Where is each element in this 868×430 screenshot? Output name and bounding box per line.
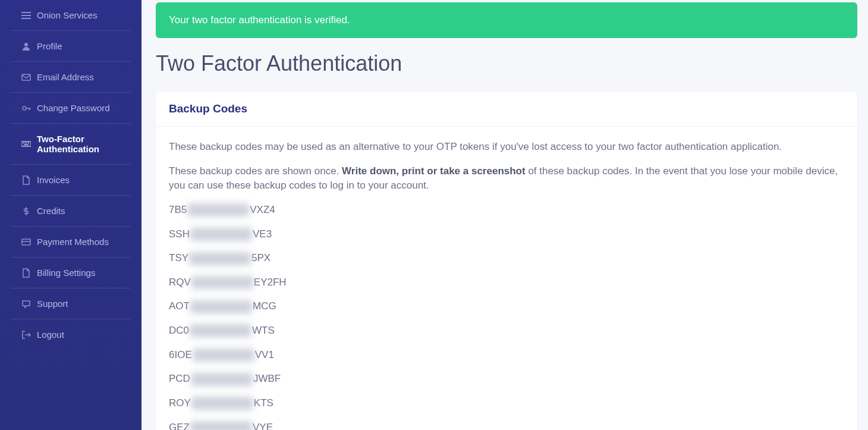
svg-rect-1 [21,15,31,16]
sidebar-item-payment-methods[interactable]: Payment Methods [11,227,131,258]
backup-code-row: ROY KTS [169,396,844,411]
backup-code-row: DC0 WTS [169,324,844,338]
card-paragraph-1: These backup codes may be used as an alt… [169,140,844,155]
code-suffix: VE3 [253,227,272,242]
sidebar-item-label: Onion Services [37,10,98,20]
sidebar-item-logout[interactable]: Logout [11,319,131,350]
code-suffix: 5PX [251,251,271,266]
code-redacted [193,349,254,362]
code-redacted [187,203,249,216]
chat-icon [21,299,31,309]
para2-pre: These backup codes are shown once. [169,165,342,177]
code-redacted [190,228,252,241]
svg-rect-8 [24,143,26,143]
code-suffix: WTS [252,324,275,338]
backup-code-row: RQV EY2FH [169,275,844,290]
sidebar-item-profile[interactable]: Profile [11,31,131,62]
code-suffix: VYE [253,420,273,430]
svg-rect-4 [22,74,30,80]
code-prefix: RQV [169,275,191,290]
card-body: These backup codes may be used as an alt… [156,127,857,430]
main: Your two factor authentication is verifi… [141,0,868,430]
sidebar-item-label: Billing Settings [37,268,95,278]
code-redacted [190,421,252,430]
code-suffix: EY2FH [254,275,287,290]
svg-rect-10 [28,143,29,143]
list-icon [21,11,31,20]
card-title: Backup Codes [169,102,844,115]
para2-bold: Write down, print or take a screenshot [342,165,526,177]
sidebar-item-label: Credits [37,206,65,216]
key-icon [21,103,31,113]
backup-code-row: 7B5 VXZ4 [169,203,844,218]
svg-point-3 [24,43,28,46]
file-icon [21,268,31,278]
sidebar-item-email[interactable]: Email Address [11,62,131,93]
code-prefix: 6IOE [169,348,192,363]
backup-code-row: GEZ VYE [169,420,844,430]
code-prefix: DC0 [169,324,189,338]
sidebar-item-onion-services[interactable]: Onion Services [11,0,131,31]
sidebar-item-label: Support [37,299,68,309]
mail-icon [21,73,31,82]
sidebar-item-credits[interactable]: Credits [11,196,131,227]
alert-message: Your two factor authentication is verifi… [169,14,350,26]
code-redacted [191,276,253,289]
code-redacted [191,397,253,410]
sidebar-item-support[interactable]: Support [11,288,131,319]
backup-codes-card: Backup Codes These backup codes may be u… [156,92,857,430]
svg-rect-11 [24,145,29,145]
code-prefix: PCD [169,372,190,387]
code-prefix: SSH [169,227,190,242]
code-prefix: ROY [169,396,191,411]
backup-code-row: SSH VE3 [169,227,844,242]
backup-code-row: PCD JWBF [169,372,844,387]
svg-rect-0 [21,12,31,13]
backup-code-row: AOT MCG [169,299,844,314]
success-alert: Your two factor authentication is verifi… [156,2,857,38]
keyboard-icon [21,139,31,149]
svg-rect-2 [21,18,31,19]
svg-point-5 [23,106,26,110]
code-suffix: VV1 [255,348,274,363]
user-icon [21,42,31,51]
sidebar-item-label: Profile [37,41,62,51]
code-suffix: VXZ4 [250,203,275,218]
sidebar-item-invoices[interactable]: Invoices [11,165,131,196]
sidebar-item-label: Change Password [37,103,110,113]
dollar-icon [21,206,31,216]
code-redacted [189,252,251,265]
logout-icon [21,330,31,340]
code-redacted [191,373,253,386]
sidebar-item-label: Email Address [37,72,94,82]
sidebar-item-label: Invoices [37,175,70,185]
sidebar-item-two-factor[interactable]: Two-Factor Authentication [11,124,131,165]
code-suffix: KTS [254,396,273,411]
code-suffix: JWBF [253,372,281,387]
sidebar-item-billing-settings[interactable]: Billing Settings [11,258,131,288]
code-prefix: AOT [169,299,190,314]
file-icon [21,175,31,185]
backup-code-row: TSY 5PX [169,251,844,266]
svg-rect-7 [23,143,24,143]
svg-rect-12 [22,239,30,245]
code-suffix: MCG [253,299,276,314]
card-paragraph-2: These backup codes are shown once. Write… [169,164,844,193]
backup-code-row: 6IOE VV1 [169,348,844,363]
code-redacted [190,300,252,313]
code-prefix: 7B5 [169,203,187,218]
sidebar-item-label: Two-Factor Authentication [37,134,120,154]
backup-codes-list: 7B5 VXZ4 SSH VE3 TSY 5PX RQV EY2 [169,203,844,430]
code-redacted [190,324,251,337]
code-prefix: TSY [169,251,188,266]
sidebar-item-label: Payment Methods [37,237,109,247]
card-icon [21,237,31,247]
sidebar-item-label: Logout [37,329,64,340]
page-title: Two Factor Authentication [156,51,857,76]
code-prefix: GEZ [169,420,190,430]
sidebar-item-change-password[interactable]: Change Password [11,93,131,124]
sidebar: Onion Services Profile Email Address Cha… [0,0,141,430]
card-header: Backup Codes [156,92,857,127]
svg-rect-9 [26,143,27,143]
svg-rect-6 [21,142,31,146]
